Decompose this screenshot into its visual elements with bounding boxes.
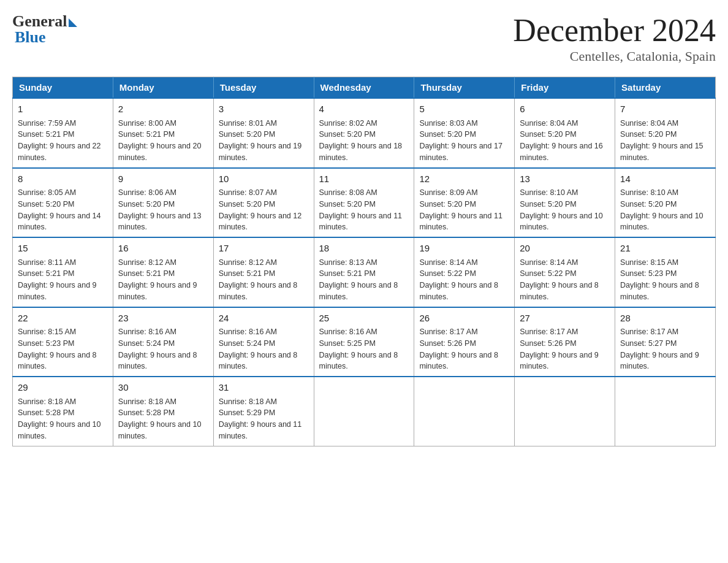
day-number: 18 <box>319 242 409 256</box>
week-row: 29Sunrise: 8:18 AMSunset: 5:28 PMDayligh… <box>13 377 716 446</box>
day-number: 3 <box>219 102 309 117</box>
day-number: 24 <box>219 312 309 326</box>
day-number: 7 <box>620 102 710 117</box>
day-number: 2 <box>118 102 208 117</box>
calendar-cell: 25Sunrise: 8:16 AMSunset: 5:25 PMDayligh… <box>314 307 414 377</box>
calendar-cell: 5Sunrise: 8:03 AMSunset: 5:20 PMDaylight… <box>414 98 515 168</box>
day-number: 31 <box>219 381 309 395</box>
calendar-cell: 16Sunrise: 8:12 AMSunset: 5:21 PMDayligh… <box>113 237 213 307</box>
calendar-cell: 31Sunrise: 8:18 AMSunset: 5:29 PMDayligh… <box>213 377 314 446</box>
calendar-cell: 18Sunrise: 8:13 AMSunset: 5:21 PMDayligh… <box>314 237 414 307</box>
calendar-cell: 15Sunrise: 8:11 AMSunset: 5:21 PMDayligh… <box>13 237 113 307</box>
title-area: December 2024 Centelles, Catalonia, Spai… <box>513 12 716 64</box>
calendar-cell: 17Sunrise: 8:12 AMSunset: 5:21 PMDayligh… <box>213 237 314 307</box>
day-number: 27 <box>520 312 610 326</box>
calendar-cell <box>615 377 716 446</box>
column-header-wednesday: Wednesday <box>314 77 414 99</box>
day-number: 20 <box>520 242 610 256</box>
calendar-cell: 10Sunrise: 8:07 AMSunset: 5:20 PMDayligh… <box>213 168 314 238</box>
day-number: 15 <box>18 242 108 256</box>
month-title: December 2024 <box>513 12 716 48</box>
calendar-cell: 21Sunrise: 8:15 AMSunset: 5:23 PMDayligh… <box>615 237 716 307</box>
day-number: 12 <box>419 172 509 186</box>
calendar-table: SundayMondayTuesdayWednesdayThursdayFrid… <box>12 77 716 446</box>
calendar-cell: 8Sunrise: 8:05 AMSunset: 5:20 PMDaylight… <box>13 168 113 238</box>
calendar-cell <box>414 377 515 446</box>
calendar-cell: 22Sunrise: 8:15 AMSunset: 5:23 PMDayligh… <box>13 307 113 377</box>
day-number: 29 <box>18 381 108 395</box>
logo-arrow-icon <box>69 18 77 27</box>
calendar-cell: 28Sunrise: 8:17 AMSunset: 5:27 PMDayligh… <box>615 307 716 377</box>
day-number: 1 <box>18 102 108 117</box>
calendar-cell: 4Sunrise: 8:02 AMSunset: 5:20 PMDaylight… <box>314 98 414 168</box>
calendar-cell: 29Sunrise: 8:18 AMSunset: 5:28 PMDayligh… <box>13 377 113 446</box>
calendar-header-row: SundayMondayTuesdayWednesdayThursdayFrid… <box>13 77 716 99</box>
column-header-friday: Friday <box>515 77 615 99</box>
week-row: 1Sunrise: 7:59 AMSunset: 5:21 PMDaylight… <box>13 98 716 168</box>
day-number: 21 <box>620 242 710 256</box>
column-header-thursday: Thursday <box>414 77 515 99</box>
week-row: 22Sunrise: 8:15 AMSunset: 5:23 PMDayligh… <box>13 307 716 377</box>
calendar-cell: 27Sunrise: 8:17 AMSunset: 5:26 PMDayligh… <box>515 307 615 377</box>
calendar-cell: 6Sunrise: 8:04 AMSunset: 5:20 PMDaylight… <box>515 98 615 168</box>
day-number: 14 <box>620 172 710 186</box>
day-number: 30 <box>118 381 208 395</box>
day-number: 10 <box>219 172 309 186</box>
day-number: 23 <box>118 312 208 326</box>
day-number: 8 <box>18 172 108 186</box>
day-number: 25 <box>319 312 409 326</box>
day-number: 17 <box>219 242 309 256</box>
calendar-cell: 19Sunrise: 8:14 AMSunset: 5:22 PMDayligh… <box>414 237 515 307</box>
column-header-sunday: Sunday <box>13 77 113 99</box>
calendar-cell: 23Sunrise: 8:16 AMSunset: 5:24 PMDayligh… <box>113 307 213 377</box>
calendar-cell: 7Sunrise: 8:04 AMSunset: 5:20 PMDaylight… <box>615 98 716 168</box>
column-header-saturday: Saturday <box>615 77 716 99</box>
location-subtitle: Centelles, Catalonia, Spain <box>513 48 716 64</box>
calendar-cell <box>515 377 615 446</box>
week-row: 15Sunrise: 8:11 AMSunset: 5:21 PMDayligh… <box>13 237 716 307</box>
logo: General Blue <box>12 12 77 47</box>
calendar-cell: 9Sunrise: 8:06 AMSunset: 5:20 PMDaylight… <box>113 168 213 238</box>
day-number: 13 <box>520 172 610 186</box>
day-number: 22 <box>18 312 108 326</box>
calendar-cell: 3Sunrise: 8:01 AMSunset: 5:20 PMDaylight… <box>213 98 314 168</box>
day-number: 6 <box>520 102 610 117</box>
logo-blue-text: Blue <box>15 28 46 47</box>
day-number: 19 <box>419 242 509 256</box>
day-number: 28 <box>620 312 710 326</box>
calendar-cell <box>314 377 414 446</box>
week-row: 8Sunrise: 8:05 AMSunset: 5:20 PMDaylight… <box>13 168 716 238</box>
calendar-body: 1Sunrise: 7:59 AMSunset: 5:21 PMDaylight… <box>13 98 716 446</box>
column-header-tuesday: Tuesday <box>213 77 314 99</box>
calendar-cell: 1Sunrise: 7:59 AMSunset: 5:21 PMDaylight… <box>13 98 113 168</box>
day-number: 5 <box>419 102 509 117</box>
calendar-cell: 13Sunrise: 8:10 AMSunset: 5:20 PMDayligh… <box>515 168 615 238</box>
calendar-cell: 14Sunrise: 8:10 AMSunset: 5:20 PMDayligh… <box>615 168 716 238</box>
calendar-cell: 26Sunrise: 8:17 AMSunset: 5:26 PMDayligh… <box>414 307 515 377</box>
day-number: 11 <box>319 172 409 186</box>
calendar-cell: 24Sunrise: 8:16 AMSunset: 5:24 PMDayligh… <box>213 307 314 377</box>
day-number: 4 <box>319 102 409 117</box>
page-header: General Blue December 2024 Centelles, Ca… <box>12 12 716 64</box>
calendar-cell: 12Sunrise: 8:09 AMSunset: 5:20 PMDayligh… <box>414 168 515 238</box>
calendar-cell: 11Sunrise: 8:08 AMSunset: 5:20 PMDayligh… <box>314 168 414 238</box>
day-number: 26 <box>419 312 509 326</box>
column-header-monday: Monday <box>113 77 213 99</box>
day-number: 9 <box>118 172 208 186</box>
calendar-cell: 20Sunrise: 8:14 AMSunset: 5:22 PMDayligh… <box>515 237 615 307</box>
day-number: 16 <box>118 242 208 256</box>
calendar-cell: 30Sunrise: 8:18 AMSunset: 5:28 PMDayligh… <box>113 377 213 446</box>
calendar-cell: 2Sunrise: 8:00 AMSunset: 5:21 PMDaylight… <box>113 98 213 168</box>
